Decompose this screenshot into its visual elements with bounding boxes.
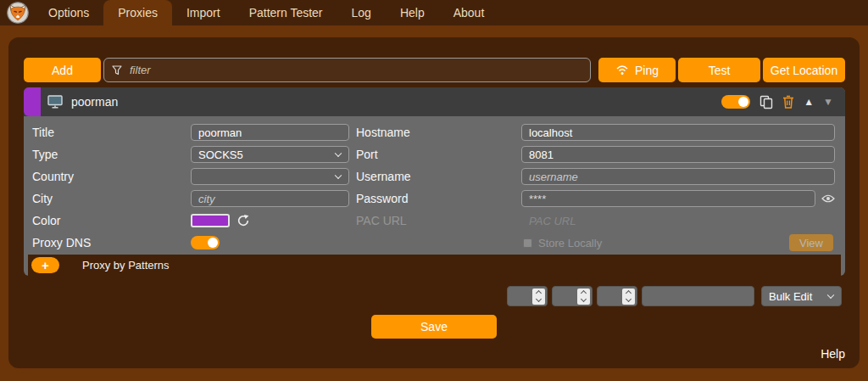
proxy-by-patterns-section: + Proxy by Patterns — [28, 255, 841, 276]
number-spinner-3[interactable] — [597, 286, 637, 306]
title-input[interactable] — [191, 124, 349, 141]
filter-input[interactable] — [128, 63, 582, 77]
reset-color-icon[interactable] — [237, 215, 249, 227]
tab-about[interactable]: About — [439, 0, 499, 25]
password-input[interactable] — [521, 190, 815, 207]
proxy-dns-label: Proxy DNS — [32, 236, 191, 249]
test-button[interactable]: Test — [678, 58, 760, 82]
city-input[interactable] — [191, 190, 349, 207]
store-locally-checkbox — [523, 238, 532, 248]
ping-button[interactable]: Ping — [598, 58, 676, 82]
pac-url-label: PAC URL — [349, 214, 521, 227]
filter-field[interactable] — [103, 58, 591, 82]
spinner-down-icon — [581, 296, 587, 302]
bulk-edit-select[interactable]: Bulk Edit — [761, 286, 842, 306]
proxy-card: poorman ▲ ▼ Title — [24, 87, 845, 276]
monitor-icon — [47, 95, 63, 109]
hostname-label: Hostname — [349, 126, 521, 139]
spinner-buttons[interactable] — [532, 289, 545, 305]
proxy-header-controls: ▲ ▼ — [721, 95, 833, 109]
main-panel: Add Ping Test Get Location — [8, 37, 860, 368]
username-label: Username — [349, 170, 521, 183]
proxy-form: Title Hostname Type SOCKS5 Port Country — [24, 116, 845, 254]
tab-log[interactable]: Log — [337, 0, 386, 25]
spinner-buttons[interactable] — [577, 289, 590, 305]
add-button[interactable]: Add — [24, 58, 101, 82]
proxy-by-patterns-header: Proxy by Patterns — [82, 259, 170, 272]
help-link[interactable]: Help — [821, 347, 845, 361]
port-label: Port — [349, 148, 521, 161]
ping-label: Ping — [635, 64, 659, 77]
country-select[interactable] — [191, 168, 349, 185]
proxy-toolbar: Add Ping Test Get Location — [24, 58, 845, 82]
number-spinner-2[interactable] — [552, 286, 593, 306]
fox-logo-icon — [7, 2, 29, 24]
save-button[interactable]: Save — [371, 315, 497, 339]
port-input[interactable] — [521, 146, 835, 163]
spinner-buttons[interactable] — [622, 289, 635, 305]
proxy-card-header: poorman ▲ ▼ — [24, 87, 845, 116]
spinner-down-icon — [626, 296, 632, 302]
color-picker-swatch[interactable] — [191, 214, 230, 227]
username-input[interactable] — [521, 168, 835, 185]
move-up-icon[interactable]: ▲ — [804, 97, 814, 107]
store-locally-label: Store Locally — [538, 237, 602, 249]
proxy-title: poorman — [71, 95, 118, 109]
wifi-icon — [615, 64, 629, 76]
tab-options[interactable]: Options — [34, 0, 103, 25]
toggle-knob — [738, 97, 748, 107]
pac-url-input — [521, 212, 835, 229]
color-label: Color — [32, 214, 191, 227]
toggle-knob — [208, 238, 218, 248]
bulk-edit-row: Bulk Edit — [8, 286, 842, 306]
proxy-color-tab[interactable] — [24, 87, 41, 116]
plus-icon: + — [42, 259, 49, 272]
city-label: City — [32, 192, 191, 205]
title-label: Title — [32, 126, 191, 139]
duplicate-icon[interactable] — [760, 95, 773, 109]
bulk-text-input[interactable] — [642, 286, 754, 306]
spinner-down-icon — [536, 296, 542, 302]
top-navbar: Options Proxies Import Pattern Tester Lo… — [0, 0, 868, 25]
view-pac-button: View — [789, 234, 833, 251]
foxyproxy-logo — [0, 0, 34, 25]
type-label: Type — [32, 148, 191, 161]
get-location-button[interactable]: Get Location — [763, 58, 845, 82]
type-select[interactable]: SOCKS5 — [191, 146, 349, 163]
tab-help[interactable]: Help — [386, 0, 439, 25]
country-label: Country — [32, 170, 191, 183]
password-label: Password — [349, 192, 521, 205]
hostname-input[interactable] — [521, 124, 835, 141]
add-pattern-button[interactable]: + — [31, 257, 59, 273]
tab-import[interactable]: Import — [172, 0, 235, 25]
delete-icon[interactable] — [782, 95, 794, 109]
tab-pattern-tester[interactable]: Pattern Tester — [235, 0, 337, 25]
proxy-enabled-toggle[interactable] — [721, 95, 750, 109]
filter-funnel-icon — [112, 65, 122, 76]
tab-proxies[interactable]: Proxies — [103, 0, 172, 25]
show-password-eye-icon[interactable] — [821, 194, 835, 203]
number-spinner-1[interactable] — [507, 286, 548, 306]
move-down-icon[interactable]: ▼ — [823, 97, 833, 107]
proxy-dns-toggle[interactable] — [191, 236, 220, 249]
save-row: Save — [8, 315, 860, 339]
